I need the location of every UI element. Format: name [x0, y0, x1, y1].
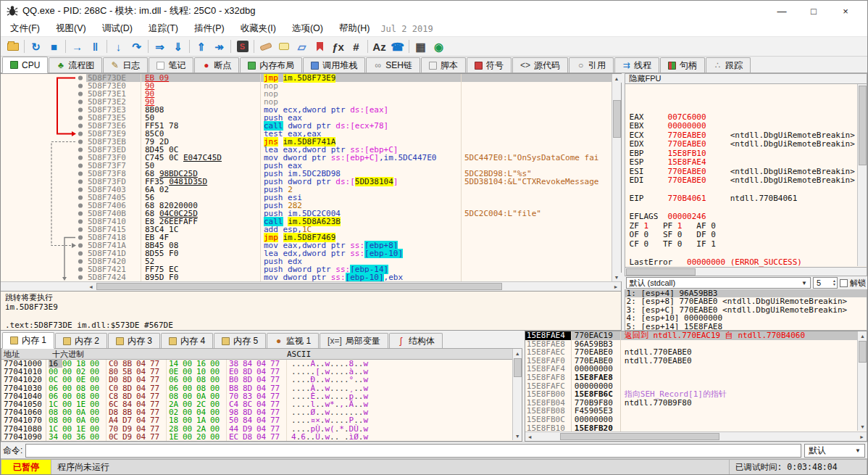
stack-panel[interactable]: 15E8FAE4770EAC19返回到 ntdll.770EAC19 自 ntd…: [525, 331, 867, 442]
tab-dump-5[interactable]: 内存 5: [214, 333, 266, 348]
stop-button[interactable]: ■: [45, 38, 63, 55]
analyze-module-button[interactable]: #: [347, 38, 365, 55]
registers-vertical-scrollbar[interactable]: [857, 84, 867, 266]
step-into-button[interactable]: ↓: [109, 38, 128, 55]
strings-button[interactable]: Az: [370, 38, 388, 55]
disasm-hscroll-thumb[interactable]: [96, 283, 502, 290]
calculator-button[interactable]: ▦: [412, 38, 430, 55]
memory-vscroll-thumb[interactable]: [514, 358, 522, 377]
tab-threads[interactable]: ⇉线程: [614, 57, 659, 73]
stack-horizontal-scrollbar[interactable]: ◄ ►: [525, 431, 867, 441]
menu-item-7[interactable]: 选项(O): [284, 21, 331, 36]
memory-row[interactable]: 770410801C001E0070D9047728002A0044D90477…: [1, 425, 522, 433]
stack-row[interactable]: 15E8FB0C00000000: [525, 416, 867, 424]
tab-watch-1[interactable]: ●监视 1: [267, 333, 319, 348]
scroll-left-arrow[interactable]: ◄: [525, 432, 535, 441]
menu-item-1[interactable]: 文件(F): [2, 21, 48, 36]
memory-row[interactable]: 77041090340036000CD904771E002000ECD80477…: [1, 433, 522, 441]
scroll-down-arrow[interactable]: ▼: [612, 273, 622, 281]
memory-dump-panel[interactable]: 地址 十六进制 ASCII 7704100016001800C08B047714…: [1, 349, 522, 442]
registers-hscroll-thumb[interactable]: [626, 268, 696, 276]
command-input[interactable]: [25, 444, 801, 458]
tab-references[interactable]: ○引用: [569, 57, 614, 73]
tab-seh[interactable]: ∞SEH链: [366, 57, 420, 73]
tab-breakpoints[interactable]: ●断点: [194, 57, 239, 73]
register-line[interactable]: EDI 770EABE0 <ntdll.DbgUiRemoteBreakin>: [630, 176, 856, 186]
tab-dump-4[interactable]: 内存 4: [161, 333, 213, 348]
tab-dump-2[interactable]: 内存 2: [55, 333, 107, 348]
scroll-up-arrow[interactable]: ▲: [858, 331, 867, 340]
scroll-down-arrow[interactable]: ▼: [513, 431, 522, 440]
memory-row[interactable]: 7704107008000A00A4D7047718001A0050840477…: [1, 416, 522, 424]
tab-cpu[interactable]: CPU: [2, 57, 48, 73]
memory-row[interactable]: 770410200C000E00D08D047706000800B08D0477…: [1, 376, 522, 384]
stepper-arrows-icon[interactable]: ▲▼: [832, 279, 837, 286]
tab-trace[interactable]: ∴跟踪: [706, 57, 751, 73]
disasm-horizontal-scrollbar[interactable]: ◄ ►: [1, 281, 621, 291]
argument-row[interactable]: 5: [esp+14] 15E8FAE8: [625, 323, 867, 331]
disasm-vscroll-thumb[interactable]: [613, 100, 621, 138]
menu-item-5[interactable]: 插件(P): [186, 21, 233, 36]
tab-dump-3[interactable]: 内存 3: [108, 333, 160, 348]
tab-struct[interactable]: ʃ结构体: [389, 333, 443, 348]
minimize-button[interactable]: —: [766, 1, 798, 20]
stack-vertical-scrollbar[interactable]: ▲ ▼: [857, 331, 867, 431]
tab-call-stack[interactable]: 调用堆栈: [303, 57, 365, 73]
menu-item-3[interactable]: 调试(D): [94, 21, 141, 36]
scroll-up-arrow[interactable]: ▲: [513, 349, 522, 358]
arguments-view[interactable]: 1: [esp+4] 96A59BB32: [esp+8] 770EABE0 <…: [625, 289, 867, 331]
stack-row[interactable]: 15E8FB0015E8FB6C指向SEH_Record[1]的指针: [525, 390, 867, 399]
unlock-checkbox[interactable]: [840, 279, 848, 287]
menu-item-6[interactable]: 收藏夹(I): [233, 21, 284, 36]
jump-arrow-gutter[interactable]: [1, 74, 86, 281]
patches-button[interactable]: [256, 38, 275, 55]
disasm-row[interactable]: 5D8F7424895D F0mov dword ptr ss:[ebp-10]…: [1, 273, 621, 281]
calling-convention-select[interactable]: 默认 (stdcall) ▼: [626, 277, 811, 289]
tab-handles[interactable]: 句柄: [660, 57, 705, 73]
tab-graph[interactable]: ♣流程图: [49, 57, 102, 73]
argument-row[interactable]: 4: [esp+10] 00000000: [625, 314, 867, 322]
menu-item-8[interactable]: 帮助(H): [331, 21, 377, 36]
tab-dump-1[interactable]: 内存 1: [2, 332, 54, 349]
labels-button[interactable]: ▱: [293, 38, 311, 55]
open-file-button[interactable]: [4, 38, 22, 55]
run-to-user-code-button[interactable]: ↠: [210, 38, 228, 55]
tab-symbols[interactable]: 符号: [467, 57, 512, 73]
memory-vertical-scrollbar[interactable]: ▲ ▼: [512, 349, 522, 440]
tab-script[interactable]: 脚本: [421, 57, 466, 73]
registers-horizontal-scrollbar[interactable]: [625, 268, 867, 276]
tab-locals[interactable]: [x=]局部变量: [320, 333, 388, 348]
close-button[interactable]: ×: [830, 1, 861, 20]
stack-hscroll-thumb[interactable]: [560, 433, 719, 440]
scroll-right-arrow[interactable]: ►: [857, 432, 867, 441]
stack-vscroll-thumb[interactable]: [859, 341, 867, 363]
command-syntax-select[interactable]: 默认 ▼: [804, 444, 865, 458]
step-over-button[interactable]: ↷: [128, 38, 146, 55]
scylla-button[interactable]: S: [233, 38, 251, 55]
disasm-vertical-scrollbar[interactable]: ▲ ▼: [612, 74, 621, 281]
menu-item-2[interactable]: 视图(V): [48, 21, 94, 36]
run-button[interactable]: →: [68, 38, 86, 55]
pause-button[interactable]: ‖: [86, 38, 104, 55]
scroll-right-arrow[interactable]: ►: [612, 282, 621, 291]
execute-till-return-button[interactable]: ⇑: [192, 38, 210, 55]
hide-fpu-button[interactable]: 隐藏FPU: [625, 73, 867, 84]
stack-row[interactable]: 15E8FAF815E8FAE8: [525, 373, 867, 382]
restart-button[interactable]: ↻: [27, 38, 45, 55]
scroll-up-arrow[interactable]: ▲: [612, 74, 622, 83]
bookmarks-button[interactable]: [311, 38, 329, 55]
stack-row[interactable]: 15E8FAE4770EAC19返回到 ntdll.770EAC19 自 ntd…: [525, 331, 867, 340]
tab-notes[interactable]: 笔记: [149, 57, 193, 73]
scroll-left-arrow[interactable]: ◄: [86, 282, 96, 291]
registers-vscroll-thumb[interactable]: [859, 86, 867, 165]
trace-over-button[interactable]: ⇓: [169, 38, 187, 55]
comments-button[interactable]: [275, 38, 293, 55]
registers-view[interactable]: EAX 007C6000EBX 00000000ECX 770EABE0 <nt…: [625, 84, 867, 268]
intermodular-calls-button[interactable]: ☎: [388, 38, 406, 55]
memory-map-globe-button[interactable]: ◉: [430, 38, 448, 55]
menu-item-4[interactable]: 追踪(T): [141, 21, 186, 36]
disassembly-view[interactable]: 5D8F73DEEB 09jmp im.5D8F73E95D8F73E090no…: [1, 74, 621, 281]
tab-source[interactable]: <>源代码: [512, 57, 568, 73]
scroll-down-arrow[interactable]: ▼: [858, 422, 867, 431]
maximize-button[interactable]: □: [798, 1, 830, 20]
